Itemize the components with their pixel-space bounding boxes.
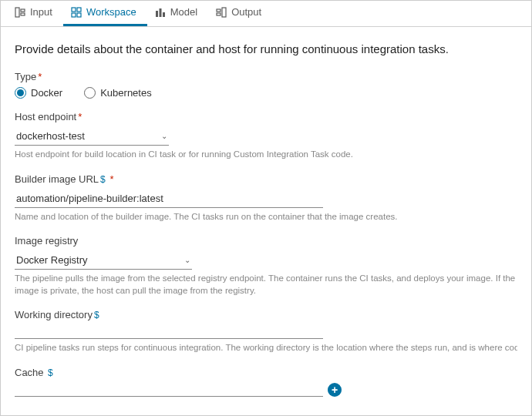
svg-rect-0 — [15, 8, 19, 17]
host-endpoint-field: Host endpoint* dockerhost-test ⌄ Host en… — [15, 111, 517, 161]
working-directory-field: Working directory$ CI pipeline tasks run… — [15, 309, 517, 354]
working-directory-input[interactable] — [15, 325, 323, 339]
tab-label: Input — [30, 6, 52, 18]
host-endpoint-label: Host endpoint* — [15, 111, 517, 122]
type-label: Type* — [15, 71, 517, 82]
add-cache-button[interactable]: + — [328, 383, 342, 397]
chevron-down-icon: ⌄ — [184, 256, 190, 264]
input-value: automation/pipeline-builder:latest — [16, 193, 163, 204]
svg-rect-2 — [21, 13, 25, 15]
variable-icon[interactable]: $ — [94, 310, 99, 320]
radio-docker[interactable]: Docker — [15, 87, 62, 99]
builder-image-help: Name and location of the builder image. … — [15, 211, 517, 223]
variable-icon[interactable]: $ — [45, 367, 53, 378]
workspace-icon — [71, 7, 82, 18]
builder-image-label: Builder image URL$ * — [15, 173, 517, 185]
svg-rect-10 — [217, 9, 221, 12]
working-directory-help: CI pipeline tasks run steps for continuo… — [15, 342, 517, 354]
tab-label: Output — [231, 6, 261, 18]
svg-rect-9 — [163, 12, 165, 17]
select-value: dockerhost-test — [16, 130, 85, 142]
svg-rect-6 — [77, 13, 81, 17]
cache-label: Cache $ — [15, 367, 517, 378]
required-mark: * — [78, 111, 82, 122]
svg-rect-8 — [159, 8, 161, 17]
working-directory-label: Working directory$ — [15, 309, 517, 320]
page-description: Provide details about the container and … — [15, 42, 517, 55]
svg-rect-7 — [156, 11, 158, 17]
tab-output[interactable]: Output — [208, 0, 272, 26]
builder-image-field: Builder image URL$ * automation/pipeline… — [15, 173, 517, 223]
cache-input[interactable] — [15, 383, 323, 397]
svg-rect-3 — [72, 8, 76, 12]
host-endpoint-help: Host endpoint for build location in CI t… — [15, 149, 517, 161]
svg-rect-11 — [217, 13, 221, 15]
workspace-form: Provide details about the container and … — [1, 27, 531, 416]
image-registry-select[interactable]: Docker Registry ⌄ — [15, 251, 192, 270]
select-value: Docker Registry — [16, 254, 87, 266]
host-endpoint-select[interactable]: dockerhost-test ⌄ — [15, 127, 169, 146]
required-mark: * — [38, 71, 42, 82]
variable-icon[interactable]: $ — [100, 174, 106, 185]
svg-rect-4 — [77, 8, 81, 12]
required-mark: * — [107, 173, 114, 185]
output-icon — [216, 7, 227, 18]
tab-label: Model — [170, 6, 197, 18]
tab-workspace[interactable]: Workspace — [63, 0, 147, 26]
model-icon — [155, 7, 166, 18]
radio-label: Docker — [31, 87, 62, 99]
builder-image-input[interactable]: automation/pipeline-builder:latest — [15, 190, 323, 208]
radio-icon — [15, 87, 26, 99]
image-registry-label: Image registry — [15, 235, 517, 247]
input-icon — [15, 7, 25, 18]
tab-input[interactable]: Input — [7, 0, 63, 26]
cache-field: Cache $ + — [15, 367, 517, 397]
radio-label: Kubernetes — [100, 87, 152, 99]
radio-kubernetes[interactable]: Kubernetes — [84, 87, 152, 99]
image-registry-help: The pipeline pulls the image from the se… — [15, 273, 517, 297]
svg-rect-1 — [21, 9, 25, 12]
image-registry-field: Image registry Docker Registry ⌄ The pip… — [15, 235, 517, 297]
tabbar: Input Workspace Model Output — [1, 1, 531, 27]
chevron-down-icon: ⌄ — [161, 132, 167, 140]
type-field: Type* Docker Kubernetes — [15, 71, 517, 99]
tab-model[interactable]: Model — [147, 0, 208, 26]
svg-rect-12 — [222, 8, 226, 17]
svg-rect-5 — [72, 13, 76, 17]
radio-icon — [84, 87, 96, 99]
tab-label: Workspace — [86, 6, 136, 18]
